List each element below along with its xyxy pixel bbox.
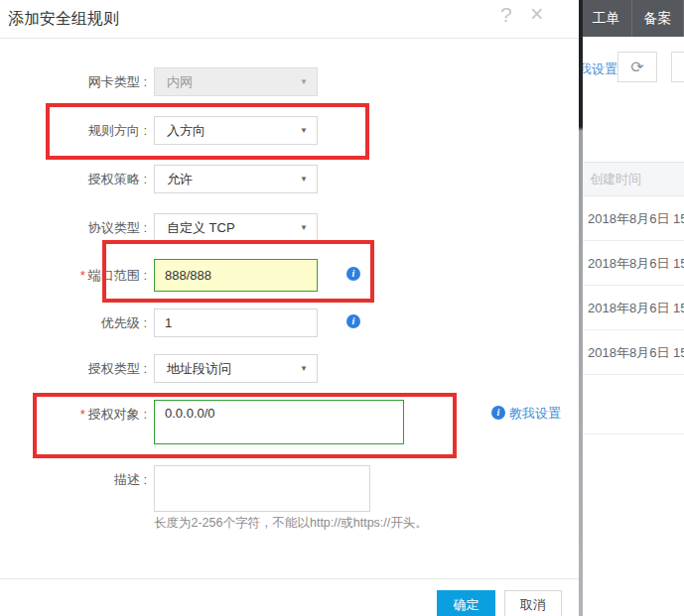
rule-direction-value: 入方向 <box>155 117 317 144</box>
info-icon[interactable]: i <box>346 314 360 328</box>
description-label: 描述 : <box>30 471 147 489</box>
auth-type-label: 授权类型 : <box>30 354 147 383</box>
auth-object-label: *授权对象 : <box>30 406 147 424</box>
auth-policy-select[interactable]: 允许 ▼ <box>154 165 318 193</box>
chevron-down-icon: ▼ <box>300 355 308 382</box>
description-textarea[interactable] <box>154 465 370 512</box>
priority-input[interactable] <box>154 308 318 337</box>
info-icon[interactable]: i <box>491 406 505 420</box>
field-row-description: 描述 : <box>0 465 579 512</box>
field-row-auth-policy: 授权策略 : 允许 ▼ <box>0 165 579 193</box>
port-range-input[interactable] <box>154 259 318 292</box>
top-navigation: 工单 备案 <box>581 0 684 37</box>
field-row-auth-object: *授权对象 : 0.0.0.0/0 <box>0 400 579 444</box>
protocol-type-label: 协议类型 : <box>30 213 147 242</box>
title-divider <box>0 38 579 39</box>
info-icon[interactable]: i <box>346 267 360 281</box>
dialog-title: 添加安全组规则 <box>8 9 119 30</box>
table-rows: 2018年8月6日 15 2018年8月6日 15 2018年8月6日 15 2… <box>583 196 684 434</box>
teach-me-setup-link-background[interactable]: 我设置 <box>579 61 617 78</box>
table-row[interactable]: 2018年8月6日 15 <box>583 196 684 241</box>
nav-item-tickets[interactable]: 工单 <box>581 0 632 37</box>
auth-object-value: 0.0.0.0/0 <box>155 401 403 426</box>
cancel-button[interactable]: 取消 <box>504 590 562 616</box>
table-column-header-created-time: 创建时间 <box>583 163 684 196</box>
add-security-group-rule-dialog: 添加安全组规则 ? × 网卡类型 : 内网 ▼ 规则方向 : 入方向 ▼ 授权策… <box>0 0 579 616</box>
description-hint: 长度为2-256个字符，不能以http://或https://开头。 <box>154 515 428 532</box>
field-row-port-range: *端口范围 : <box>0 259 579 292</box>
footer-divider <box>0 578 579 579</box>
chevron-down-icon: ▼ <box>300 117 308 144</box>
table-row-empty <box>583 375 684 434</box>
chevron-down-icon: ▼ <box>300 214 308 241</box>
auth-type-value: 地址段访问 <box>155 355 317 382</box>
field-row-nic-type: 网卡类型 : 内网 ▼ <box>0 67 579 96</box>
nic-type-label: 网卡类型 : <box>30 67 147 96</box>
auth-policy-label: 授权策略 : <box>30 165 147 193</box>
description-value <box>155 466 369 476</box>
nav-item-icp-filing[interactable]: 备案 <box>632 0 684 37</box>
screen: 工单 备案 我设置 ⟳ 创建时间 2018年8月6日 15 2018年8月6日 … <box>0 0 684 616</box>
rule-direction-select[interactable]: 入方向 ▼ <box>154 116 318 145</box>
field-row-rule-direction: 规则方向 : 入方向 ▼ <box>0 116 579 145</box>
dialog-edge-shadow <box>579 0 583 616</box>
field-row-priority: 优先级 : <box>0 308 579 337</box>
auth-policy-value: 允许 <box>155 166 317 192</box>
auth-type-select[interactable]: 地址段访问 ▼ <box>154 354 318 383</box>
table-row[interactable]: 2018年8月6日 15 <box>583 286 684 330</box>
nic-type-value: 内网 <box>155 68 317 95</box>
table-row[interactable]: 2018年8月6日 15 <box>583 330 684 375</box>
clipped-toolbar-button[interactable] <box>671 52 684 82</box>
chevron-down-icon: ▼ <box>300 166 308 192</box>
refresh-button[interactable]: ⟳ <box>617 52 657 82</box>
port-range-label: *端口范围 : <box>30 259 147 292</box>
table-row[interactable]: 2018年8月6日 15 <box>583 241 684 286</box>
priority-label: 优先级 : <box>30 308 147 337</box>
help-icon[interactable]: ? <box>500 3 512 27</box>
field-row-protocol-type: 协议类型 : 自定义 TCP ▼ <box>0 213 579 242</box>
nic-type-select: 内网 ▼ <box>154 67 318 96</box>
field-row-auth-type: 授权类型 : 地址段访问 ▼ <box>0 354 579 383</box>
teach-me-setup-link[interactable]: 教我设置 <box>509 405 561 423</box>
protocol-type-value: 自定义 TCP <box>155 214 317 241</box>
confirm-button[interactable]: 确定 <box>437 590 495 616</box>
rule-direction-label: 规则方向 : <box>30 116 147 145</box>
close-icon[interactable]: × <box>530 1 543 28</box>
refresh-icon: ⟳ <box>630 60 643 75</box>
protocol-type-select[interactable]: 自定义 TCP ▼ <box>154 213 318 242</box>
auth-object-textarea[interactable]: 0.0.0.0/0 <box>154 400 404 444</box>
chevron-down-icon: ▼ <box>300 68 308 95</box>
